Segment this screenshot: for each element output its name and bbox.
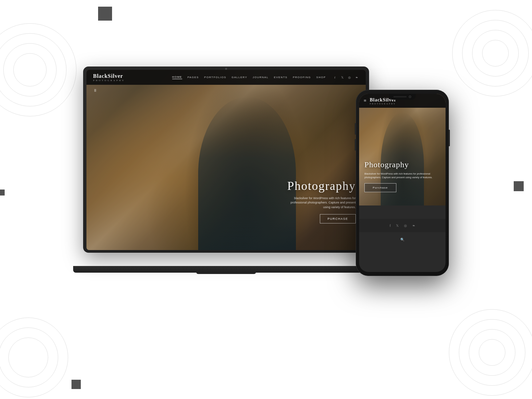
phone-screen: ≡ BlackSilver PHOTOGRAPHY Photography Bl… bbox=[359, 94, 446, 272]
phone-social-bar: f 𝕏 ◎ ❧ bbox=[359, 219, 446, 232]
laptop-logo-area: BlackSilver PHOTOGRAPHY bbox=[93, 73, 125, 82]
phone-social4-icon[interactable]: ❧ bbox=[412, 224, 415, 227]
phone-speaker bbox=[393, 96, 407, 97]
nav-link-events[interactable]: EVENTS bbox=[274, 76, 288, 79]
phone-bottom-area: f 𝕏 ◎ ❧ 🔍 bbox=[359, 205, 446, 272]
phone-hero-description: Blacksilver for WordPress with rich feat… bbox=[364, 172, 440, 180]
nav-link-home[interactable]: HOME bbox=[172, 75, 182, 79]
phone-hero-overlay bbox=[359, 94, 446, 218]
laptop-base bbox=[73, 266, 379, 273]
laptop-website: BlackSilver PHOTOGRAPHY HOME PAGES PORTF… bbox=[86, 70, 366, 250]
laptop-hero-title: Photography bbox=[287, 179, 356, 193]
hamburger-icon[interactable]: ≡ bbox=[364, 98, 366, 103]
nav-link-shop[interactable]: SHOP bbox=[316, 76, 326, 79]
laptop-device: BlackSilver PHOTOGRAPHY HOME PAGES PORTF… bbox=[83, 66, 369, 273]
phone-facebook-icon[interactable]: f bbox=[390, 224, 391, 227]
nav-link-journal[interactable]: JOURNAL bbox=[253, 76, 269, 79]
phone-purchase-button[interactable]: Purchase bbox=[364, 183, 396, 192]
laptop-purchase-button[interactable]: Purchase bbox=[320, 214, 356, 223]
nav-link-gallery[interactable]: GALLERY bbox=[232, 76, 247, 79]
phone-instagram-icon[interactable]: ◎ bbox=[404, 224, 407, 227]
phone-search-icon: 🔍 bbox=[400, 238, 404, 241]
laptop-foot bbox=[196, 272, 256, 274]
social4-icon[interactable]: ❧ bbox=[354, 75, 359, 80]
phone-logo-sub: PHOTOGRAPHY bbox=[370, 103, 396, 105]
nav-link-portfolios[interactable]: PORTFOLIOS bbox=[204, 76, 226, 79]
phone-side-button-left1 bbox=[355, 123, 356, 135]
phone-device: ≡ BlackSilver PHOTOGRAPHY Photography Bl… bbox=[356, 90, 449, 276]
phone-camera bbox=[409, 95, 411, 98]
phone-side-button-left2 bbox=[355, 139, 356, 151]
instagram-icon[interactable]: ◎ bbox=[347, 75, 352, 80]
phone-outer: ≡ BlackSilver PHOTOGRAPHY Photography Bl… bbox=[356, 90, 449, 276]
nav-link-pages[interactable]: PAGES bbox=[188, 76, 199, 79]
phone-twitter-icon[interactable]: 𝕏 bbox=[396, 224, 399, 227]
twitter-icon[interactable]: 𝕏 bbox=[340, 75, 344, 80]
devices-container: BlackSilver PHOTOGRAPHY HOME PAGES PORTF… bbox=[83, 50, 449, 349]
laptop-logo-sub: PHOTOGRAPHY bbox=[93, 79, 125, 82]
phone-notch bbox=[389, 94, 416, 100]
laptop-nav: BlackSilver PHOTOGRAPHY HOME PAGES PORTF… bbox=[86, 70, 366, 85]
phone-website: ≡ BlackSilver PHOTOGRAPHY Photography Bl… bbox=[359, 94, 446, 272]
nav-link-proofing[interactable]: PROOFING bbox=[293, 76, 311, 79]
phone-hero-title: Photography bbox=[364, 160, 440, 169]
phone-search-bar[interactable]: 🔍 bbox=[359, 233, 446, 245]
phone-hero-content: Photography Blacksilver for WordPress wi… bbox=[359, 160, 446, 193]
laptop-hero-description: blacksilver for WordPress with rich feat… bbox=[289, 196, 356, 210]
laptop-social-icons: f 𝕏 ◎ ❧ bbox=[332, 75, 359, 80]
laptop-logo: BlackSilver bbox=[93, 73, 123, 79]
pause-icon[interactable]: ⏸ bbox=[93, 88, 97, 93]
laptop-hero-content: Photography blacksilver for WordPress wi… bbox=[287, 179, 356, 224]
laptop-screen: BlackSilver PHOTOGRAPHY HOME PAGES PORTF… bbox=[86, 70, 366, 250]
laptop-nav-links: HOME PAGES PORTFOLIOS GALLERY JOURNAL EV… bbox=[172, 75, 326, 79]
phone-side-button-right bbox=[449, 130, 450, 146]
facebook-icon[interactable]: f bbox=[332, 75, 337, 80]
laptop-outer: BlackSilver PHOTOGRAPHY HOME PAGES PORTF… bbox=[83, 66, 369, 253]
main-content: BlackSilver PHOTOGRAPHY HOME PAGES PORTF… bbox=[0, 0, 532, 399]
